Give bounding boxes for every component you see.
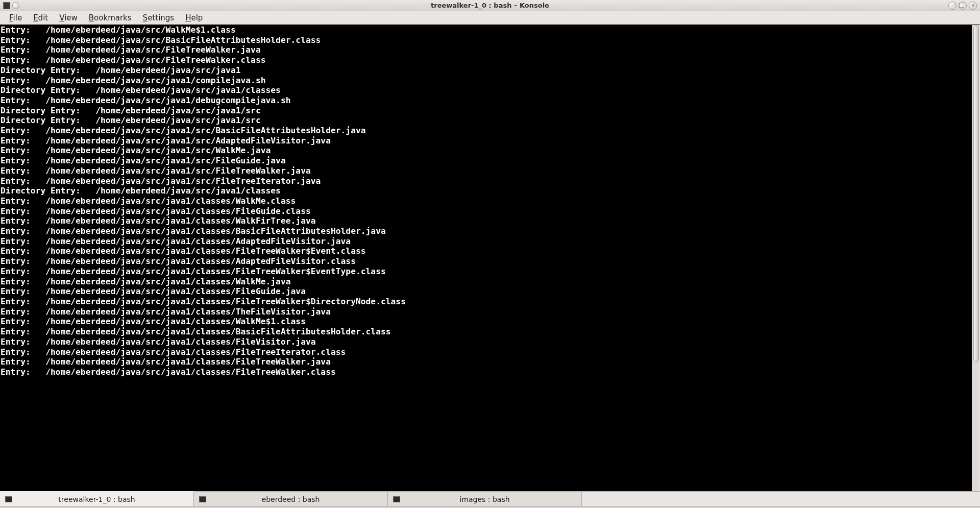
titlebar: treewalker-1_0 : bash – Konsole – ⃞ ✕ [0,0,980,11]
menu-edit[interactable]: Edit [28,12,53,23]
tab-label: eberdeed : bash [262,495,320,503]
tab-images-bash[interactable]: images : bash [388,492,582,506]
menu-bookmarks[interactable]: Bookmarks [84,12,137,23]
terminal-icon [393,496,400,502]
tabbar: treewalker-1_0 : basheberdeed : bashimag… [0,491,980,506]
menubar: FileEditViewBookmarksSettingsHelp [0,11,980,25]
menu-view[interactable]: View [54,12,83,23]
scrollbar[interactable] [972,25,980,491]
terminal-area: Entry: /home/eberdeed/java/src/WalkMe$1.… [0,25,980,491]
tab-label: images : bash [459,495,509,503]
close-button[interactable]: ✕ [969,2,977,10]
tab-eberdeed-bash[interactable]: eberdeed : bash [194,492,388,506]
terminal-output[interactable]: Entry: /home/eberdeed/java/src/WalkMe$1.… [0,25,972,491]
minimize-button[interactable]: – [948,2,957,10]
maximize-button[interactable]: ⃞ [959,2,967,10]
app-icon [3,2,10,9]
tab-treewalker-1-0-bash[interactable]: treewalker-1_0 : bash [0,491,194,506]
terminal-icon [199,496,206,502]
menu-settings[interactable]: Settings [138,12,180,23]
window-controls: – ⃞ ✕ [948,2,977,10]
pin-icon[interactable] [12,2,19,9]
menu-file[interactable]: File [4,12,27,23]
titlebar-left-icons [3,2,19,9]
menu-help[interactable]: Help [180,12,208,23]
tab-label: treewalker-1_0 : bash [58,495,135,503]
terminal-icon [5,496,12,502]
scrollbar-thumb[interactable] [973,25,979,362]
window-title: treewalker-1_0 : bash – Konsole [0,2,980,9]
